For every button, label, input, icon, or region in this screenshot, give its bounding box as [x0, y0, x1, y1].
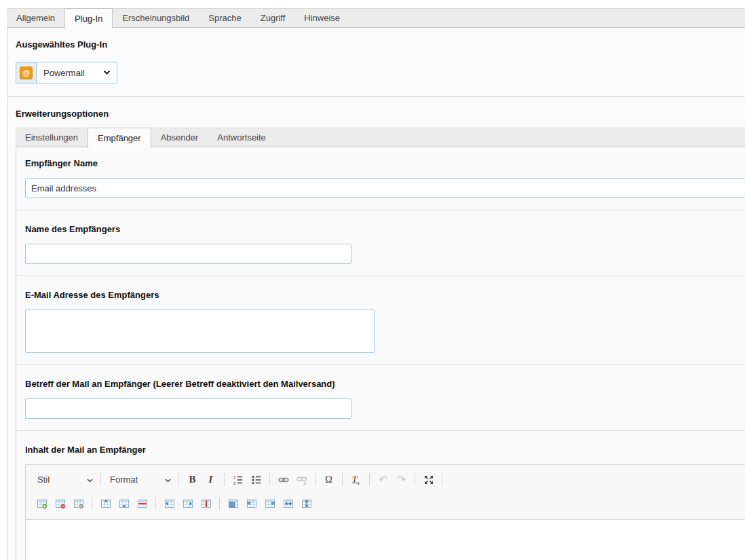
style-dropdown-label: Stil	[37, 474, 50, 485]
toolbar-separator	[92, 497, 92, 510]
col-delete-icon	[201, 498, 212, 509]
tab-erscheinungsbild[interactable]: Erscheinungsbild	[113, 9, 199, 27]
bold-button[interactable]: B	[183, 472, 202, 488]
cell-properties-icon	[228, 498, 239, 509]
content-element-form: AllgemeinPlug-InErscheinungsbildSpracheZ…	[0, 0, 745, 560]
field-section-inhalt: Inhalt der Mail an Empfänger StilFormatB…	[16, 431, 745, 560]
cell-insert-before-button[interactable]	[242, 496, 261, 512]
toolbar-separator	[342, 473, 343, 486]
tab-antwortseite[interactable]: Antwortseite	[208, 128, 275, 147]
selected-plugin-palette: Ausgewähltes Plug-In @ Powermail	[7, 28, 745, 96]
col-insert-before-icon	[164, 498, 175, 509]
outer-tabstrip: AllgemeinPlug-InErscheinungsbildSpracheZ…	[7, 8, 745, 28]
ul-icon	[251, 474, 262, 485]
table-properties-icon	[73, 498, 84, 509]
table-insert-icon	[37, 498, 47, 509]
toolbar-separator	[178, 473, 179, 486]
plugin-select-icon-cell: @	[16, 62, 37, 83]
col-insert-after-icon	[183, 498, 193, 509]
tab-zugriff[interactable]: Zugriff	[251, 9, 295, 27]
email-adresse-textarea[interactable]	[25, 310, 375, 353]
undo-button[interactable]: ↶	[374, 472, 392, 488]
tab-hinweise[interactable]: Hinweise	[294, 9, 349, 27]
row-insert-above-button[interactable]	[96, 496, 115, 512]
selected-plugin-label: Ausgewähltes Plug-In	[16, 39, 107, 50]
toolbar-separator	[369, 473, 370, 486]
chevron-down-icon	[103, 70, 111, 75]
powermail-at-icon: @	[20, 67, 33, 79]
bold-icon: B	[189, 474, 195, 485]
name-des-empfaengers-input[interactable]	[25, 244, 351, 264]
ol-icon: 12	[233, 474, 244, 485]
row-insert-above-icon	[100, 498, 111, 509]
cell-merge-icon	[283, 498, 294, 509]
removeformat-icon: Tx	[352, 474, 360, 486]
link-button[interactable]	[274, 472, 292, 488]
chevron-down-icon	[87, 474, 93, 485]
form-stage: AllgemeinPlug-InErscheinungsbildSpracheZ…	[0, 0, 745, 560]
inner-tabstrip: EinstellungenEmpfängerAbsenderAntwortsei…	[16, 128, 745, 147]
table-delete-button[interactable]	[51, 496, 69, 512]
plug-in-tab-panel: Ausgewähltes Plug-In @ Powermail Erweite…	[7, 28, 745, 560]
cell-insert-after-button[interactable]	[261, 496, 279, 512]
unlink-icon	[297, 474, 307, 485]
rte-toolbar-row-2	[33, 491, 745, 515]
empfaenger-tab-panel: Empfänger Name Name des Empfängers E-Mai…	[16, 147, 745, 560]
svg-text:2: 2	[233, 481, 236, 485]
email-adresse-label: E-Mail Adresse des Empfängers	[25, 290, 745, 300]
field-section-email-adresse: E-Mail Adresse des Empfängers	[16, 276, 745, 365]
style-dropdown[interactable]: Stil	[33, 472, 96, 488]
format-dropdown[interactable]: Format	[105, 472, 174, 488]
field-section-betreff: Betreff der Mail an Empfänger (Leerer Be…	[16, 365, 745, 431]
unlink-button[interactable]	[292, 472, 311, 488]
special-character-button[interactable]: Ω	[320, 472, 338, 488]
toolbar-separator	[315, 473, 316, 486]
remove-format-button[interactable]: Tx	[347, 472, 365, 488]
rte-editing-area[interactable]	[26, 519, 745, 560]
format-dropdown-label: Format	[110, 474, 138, 485]
column-insert-before-button[interactable]	[160, 496, 178, 512]
toolbar-separator	[224, 473, 225, 486]
row-insert-under-button[interactable]	[115, 496, 133, 512]
bullet-list-button[interactable]	[247, 472, 265, 488]
extension-options-header: Erweiterungsoptionen	[7, 97, 745, 128]
toolbar-separator	[155, 497, 156, 510]
omega-icon: Ω	[325, 474, 332, 485]
cell-split-icon	[301, 498, 312, 509]
betreff-input[interactable]	[25, 398, 351, 419]
table-insert-button[interactable]	[33, 496, 51, 512]
cell-merge-button[interactable]	[279, 496, 297, 512]
table-properties-button[interactable]	[69, 496, 88, 512]
name-des-empfaengers-label: Name des Empfängers	[25, 224, 745, 234]
tab-plug-in[interactable]: Plug-In	[64, 8, 113, 29]
tab-einstellungen[interactable]: Einstellungen	[16, 128, 88, 147]
toolbar-separator	[442, 473, 442, 486]
italic-button[interactable]: I	[202, 472, 220, 488]
tab-absender[interactable]: Absender	[151, 128, 208, 147]
cell-split-button[interactable]	[297, 496, 316, 512]
column-insert-after-button[interactable]	[178, 496, 197, 512]
redo-button[interactable]: ↷	[392, 472, 410, 488]
plugin-select[interactable]: @ Powermail	[16, 62, 117, 83]
tab-empfaenger[interactable]: Empfänger	[88, 128, 151, 148]
numbered-list-button[interactable]: 12	[229, 472, 247, 488]
toolbar-separator	[100, 473, 101, 486]
column-delete-button[interactable]	[197, 496, 215, 512]
rich-text-editor: StilFormatBI12ΩTx↶↷	[25, 464, 745, 560]
plugin-select-value: Powermail	[37, 68, 103, 78]
table-delete-icon	[55, 498, 66, 509]
cell-properties-button[interactable]	[224, 496, 242, 512]
cell-insert-before-icon	[246, 498, 257, 509]
betreff-label: Betreff der Mail an Empfänger (Leerer Be…	[25, 379, 745, 389]
field-section-name-des-empfaengers: Name des Empfängers	[16, 210, 745, 276]
tab-sprache[interactable]: Sprache	[199, 9, 250, 27]
maximize-button[interactable]	[419, 472, 438, 488]
link-icon	[278, 474, 289, 485]
cell-insert-after-icon	[265, 498, 275, 509]
maximize-icon	[423, 474, 434, 485]
row-delete-button[interactable]	[133, 496, 151, 512]
inhalt-label: Inhalt der Mail an Empfänger	[25, 445, 745, 455]
tab-allgemein[interactable]: Allgemein	[7, 9, 64, 27]
empfaenger-name-input[interactable]	[25, 178, 745, 198]
italic-icon: I	[209, 474, 213, 485]
